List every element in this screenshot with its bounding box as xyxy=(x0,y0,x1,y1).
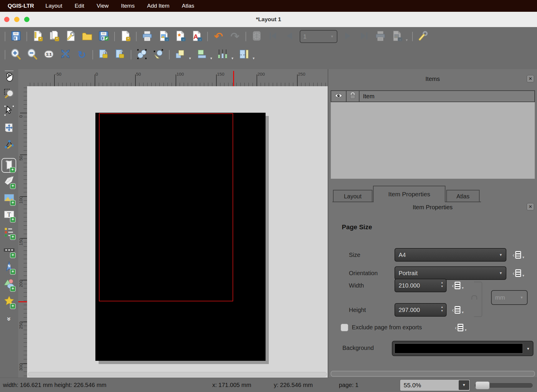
atlas-settings-button[interactable] xyxy=(417,30,430,43)
layout-canvas[interactable] xyxy=(27,86,328,378)
atlas-first-button[interactable] xyxy=(267,30,280,43)
edit-nodes-item-tool-button[interactable] xyxy=(3,139,16,152)
width-data-defined-button[interactable]: ‹▼ xyxy=(452,281,465,290)
export-pdf-button[interactable]: A→ xyxy=(190,30,203,43)
menu-add-item[interactable]: Add Item xyxy=(141,3,175,9)
plus-badge-icon: + xyxy=(10,217,16,222)
unlock-items-button[interactable] xyxy=(114,48,127,61)
resize-items-dropdown-icon[interactable]: ▼ xyxy=(252,57,255,62)
layout-manager-button[interactable] xyxy=(64,30,77,43)
add-3d-map-tool-button[interactable]: + xyxy=(3,175,16,188)
lock-column-header[interactable] xyxy=(347,91,359,102)
save-as-template-button[interactable] xyxy=(97,30,110,43)
height-data-defined-button[interactable]: ‹▼ xyxy=(452,305,465,315)
save-project-button[interactable] xyxy=(9,30,22,43)
items-table-header: Item xyxy=(331,90,535,102)
add-legend-tool-button[interactable]: + xyxy=(3,226,16,239)
item-properties-close-icon[interactable]: ✕ xyxy=(527,203,534,210)
spin-arrows-icon[interactable]: ▲▼ xyxy=(441,306,443,312)
size-combobox[interactable]: A4▼ xyxy=(395,248,506,262)
export-image-button[interactable]: → xyxy=(157,30,170,43)
size-data-defined-button[interactable]: ‹▼ xyxy=(513,250,526,260)
orientation-combobox[interactable]: Portrait▼ xyxy=(395,266,506,280)
atlas-prev-button[interactable] xyxy=(283,30,296,43)
svg-text:→←: →← xyxy=(239,52,246,57)
atlas-preview-button[interactable] xyxy=(250,30,263,43)
open-template-button[interactable] xyxy=(81,30,94,43)
overflow-chevron-tool-button[interactable]: » xyxy=(3,313,16,325)
zoom-slider-handle[interactable] xyxy=(475,381,490,389)
plus-badge-icon: + xyxy=(10,183,16,189)
svg-text:A: A xyxy=(193,33,198,40)
height-spinbox[interactable]: 297.000 ▲▼ xyxy=(395,303,447,317)
zoom-actual-button[interactable]: 1:1 xyxy=(42,48,55,61)
add-marker-tool-button[interactable]: + xyxy=(3,295,16,308)
select-move-item-icon xyxy=(4,105,15,118)
panel-horizontal-scrollbar[interactable] xyxy=(331,371,535,377)
zoom-full-button[interactable] xyxy=(59,48,72,61)
group-items-button[interactable] xyxy=(135,48,148,61)
refresh-view-button[interactable]: ↻ xyxy=(75,48,88,61)
zoom-tool-tool-button[interactable] xyxy=(3,88,16,101)
distribute-items-dropdown-icon[interactable]: ▼ xyxy=(231,57,234,62)
raise-items-button[interactable] xyxy=(174,48,187,61)
atlas-page-combobox[interactable]: 1▼ xyxy=(300,30,337,43)
zoom-out-button[interactable] xyxy=(26,48,39,61)
chevron-down-icon[interactable]: ▼ xyxy=(459,380,469,390)
export-atlas-button[interactable]: → xyxy=(390,30,403,43)
menu-items[interactable]: Items xyxy=(115,3,141,9)
select-move-item-tool-button[interactable] xyxy=(3,105,16,118)
exclude-page-checkbox[interactable] xyxy=(341,324,348,331)
ungroup-items-button[interactable] xyxy=(152,48,165,61)
menu-edit[interactable]: Edit xyxy=(68,3,90,9)
exclude-data-defined-button[interactable]: ‹▼ xyxy=(455,323,468,332)
raise-items-dropdown-icon[interactable]: ▼ xyxy=(188,57,191,62)
menu-view[interactable]: View xyxy=(90,3,115,9)
add-picture-tool-button[interactable]: + xyxy=(3,192,16,205)
menu-layout[interactable]: Layout xyxy=(39,3,68,9)
canvas-horizontal-scrollbar[interactable] xyxy=(28,372,327,376)
new-report-button[interactable]: * xyxy=(119,30,132,43)
duplicate-layout-button[interactable]: * xyxy=(48,30,61,43)
units-combobox[interactable]: mm▼ xyxy=(491,290,528,305)
items-panel-close-icon[interactable]: ✕ xyxy=(527,75,534,82)
toolbar-separator xyxy=(246,32,246,41)
print-atlas-button[interactable] xyxy=(374,30,387,43)
pan-tool-button[interactable] xyxy=(3,71,16,84)
zoom-level-combobox[interactable]: 55.0% ▼ xyxy=(400,379,470,391)
print-button[interactable] xyxy=(141,30,154,43)
unlock-ratio-icon[interactable] xyxy=(471,295,477,300)
align-items-button[interactable] xyxy=(195,48,208,61)
resize-items-button[interactable]: →← xyxy=(237,48,250,61)
new-layout-button[interactable]: * xyxy=(31,30,44,43)
tab-layout[interactable]: Layout xyxy=(333,190,372,202)
item-properties-panel-title: Item Properties xyxy=(328,204,537,211)
visibility-column-header[interactable] xyxy=(331,91,347,102)
atlas-next-button[interactable] xyxy=(341,30,354,43)
background-color-button[interactable]: ▼ xyxy=(392,341,533,356)
tab-item-properties[interactable]: Item Properties xyxy=(373,186,445,202)
add-scalebar-tool-button[interactable]: + xyxy=(3,244,16,257)
item-column-header[interactable]: Item xyxy=(359,91,534,102)
redo-button[interactable]: ↷ xyxy=(228,30,241,43)
move-item-content-tool-button[interactable] xyxy=(3,122,16,135)
add-map-tool-button[interactable]: + xyxy=(1,158,16,173)
spin-arrows-icon[interactable]: ▲▼ xyxy=(441,281,443,288)
orientation-data-defined-button[interactable]: ‹▼ xyxy=(513,268,526,278)
export-svg-button[interactable]: *→ xyxy=(174,30,187,43)
width-spinbox[interactable]: 210.000 ▲▼ xyxy=(395,279,447,292)
export-atlas-dropdown-icon[interactable]: ▼ xyxy=(405,38,408,44)
items-list[interactable] xyxy=(331,102,535,179)
zoom-in-button[interactable] xyxy=(9,48,22,61)
lock-items-button[interactable] xyxy=(97,48,110,61)
orientation-label: Orientation xyxy=(349,270,378,277)
undo-button[interactable]: ↶ xyxy=(212,30,225,43)
tab-atlas[interactable]: Atlas xyxy=(446,190,480,202)
add-north-arrow-tool-button[interactable]: N+ xyxy=(3,261,16,274)
align-items-dropdown-icon[interactable]: ▼ xyxy=(210,57,213,62)
atlas-last-button[interactable] xyxy=(357,30,370,43)
add-shape-tool-button[interactable]: + xyxy=(3,278,16,291)
menu-atlas[interactable]: Atlas xyxy=(176,3,200,9)
distribute-items-button[interactable] xyxy=(216,48,229,61)
add-label-tool-button[interactable]: T+ xyxy=(3,209,16,222)
